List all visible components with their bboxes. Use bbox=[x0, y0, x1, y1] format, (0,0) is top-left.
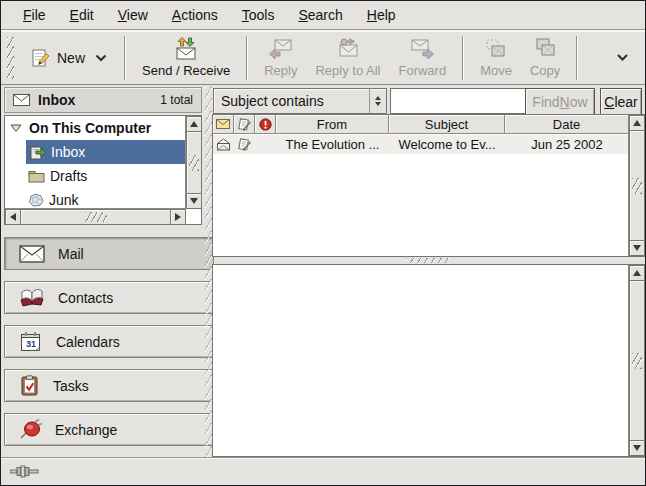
status-column-header[interactable] bbox=[213, 115, 234, 134]
copy-label: Copy bbox=[530, 63, 560, 78]
shortcut-mail-button[interactable]: Mail bbox=[4, 237, 214, 270]
importance-column-header[interactable] bbox=[255, 115, 276, 134]
subject-column-header[interactable]: Subject bbox=[389, 115, 505, 134]
scrollbar-thumb[interactable] bbox=[186, 131, 202, 194]
message-subject: Welcome to Ev... bbox=[389, 137, 505, 152]
note-with-pen-icon bbox=[237, 138, 252, 151]
toolbar-separator bbox=[124, 36, 126, 80]
folder-title: Inbox bbox=[38, 92, 75, 108]
tree-node-inbox[interactable]: Inbox bbox=[26, 140, 186, 164]
scroll-down-button[interactable] bbox=[186, 193, 202, 209]
dropdown-arrows-icon bbox=[369, 89, 386, 113]
scrollbar-grip bbox=[632, 178, 642, 194]
message-list-scrollbar[interactable] bbox=[628, 115, 644, 256]
scroll-down-button[interactable] bbox=[629, 440, 645, 456]
arrow-down-icon bbox=[190, 198, 198, 204]
vertical-pane-splitter[interactable] bbox=[205, 85, 212, 459]
shortcut-label: Exchange bbox=[55, 422, 117, 438]
arrow-down-icon bbox=[633, 445, 641, 451]
menu-view[interactable]: View bbox=[106, 2, 160, 28]
subject-column-label: Subject bbox=[425, 117, 468, 132]
read-message-open-envelope-icon bbox=[216, 138, 231, 151]
message-list: From Subject Date bbox=[212, 114, 645, 257]
arrow-up-icon bbox=[190, 121, 198, 127]
toolbar: New Send / Receive bbox=[1, 31, 645, 85]
scrollbar-thumb[interactable] bbox=[20, 209, 171, 225]
send-receive-label: Send / Receive bbox=[142, 63, 230, 78]
message-row[interactable]: The Evolution ... Welcome to Ev... Jun 2… bbox=[213, 135, 629, 154]
tree-node-drafts[interactable]: Drafts bbox=[26, 164, 186, 188]
drafts-folder-icon bbox=[28, 170, 45, 183]
shortcut-label: Mail bbox=[58, 246, 84, 262]
junk-icon bbox=[28, 193, 44, 207]
scroll-left-button[interactable] bbox=[5, 209, 21, 225]
copy-button[interactable]: Copy bbox=[521, 32, 569, 84]
tasks-icon bbox=[19, 375, 40, 396]
menu-actions[interactable]: Actions bbox=[160, 2, 230, 28]
date-column-header[interactable]: Date bbox=[505, 115, 629, 134]
search-input[interactable] bbox=[390, 88, 528, 114]
scroll-down-button[interactable] bbox=[629, 240, 645, 256]
shortcut-tasks-button[interactable]: Tasks bbox=[4, 369, 214, 402]
move-label: Move bbox=[480, 63, 512, 78]
clear-button[interactable]: Clear bbox=[600, 88, 642, 116]
scroll-up-button[interactable] bbox=[629, 265, 645, 281]
scroll-up-button[interactable] bbox=[186, 116, 202, 132]
online-status-connector-icon[interactable] bbox=[10, 465, 40, 478]
new-button-label: New bbox=[57, 50, 85, 66]
reply-to-all-icon bbox=[334, 37, 362, 61]
reply-to-all-button[interactable]: Reply to All bbox=[306, 32, 389, 84]
preview-pane[interactable] bbox=[212, 264, 645, 457]
tree-item-label: Junk bbox=[49, 192, 79, 208]
toolbar-separator bbox=[576, 36, 578, 80]
shortcut-calendars-button[interactable]: 31 Calendars bbox=[4, 325, 214, 358]
statusbar bbox=[1, 457, 645, 485]
folder-title-bar[interactable]: Inbox 1 total bbox=[4, 87, 202, 113]
shortcut-label: Calendars bbox=[56, 334, 120, 350]
search-criteria-dropdown[interactable]: Subject contains bbox=[213, 88, 387, 114]
new-button[interactable]: New bbox=[20, 32, 117, 84]
menu-edit[interactable]: Edit bbox=[58, 2, 106, 28]
reply-button[interactable]: Reply bbox=[255, 32, 306, 84]
note-with-pen-icon bbox=[237, 118, 252, 131]
clear-label-rest: lear bbox=[614, 94, 637, 110]
scrollbar-thumb[interactable] bbox=[629, 280, 645, 441]
toolbar-separator bbox=[246, 36, 248, 80]
tree-node-junk[interactable]: Junk bbox=[26, 188, 186, 209]
expander-triangle-icon[interactable] bbox=[10, 123, 22, 133]
menu-file[interactable]: File bbox=[11, 2, 58, 28]
shortcut-label: Contacts bbox=[58, 290, 113, 306]
from-column-header[interactable]: From bbox=[276, 115, 389, 134]
shortcut-exchange-button[interactable]: Exchange bbox=[4, 413, 214, 446]
new-dropdown-chevron-icon[interactable] bbox=[95, 54, 107, 62]
shortcut-contacts-button[interactable]: Contacts bbox=[4, 281, 214, 314]
copy-icon bbox=[532, 37, 558, 61]
arrow-left-icon bbox=[10, 213, 16, 221]
find-now-label-rest: ow bbox=[570, 94, 588, 110]
tree-vertical-scrollbar[interactable] bbox=[185, 116, 201, 209]
tree-node-on-this-computer[interactable]: On This Computer bbox=[5, 116, 186, 140]
find-now-button[interactable]: Find Now bbox=[525, 88, 595, 116]
scrollbar-thumb[interactable] bbox=[629, 130, 645, 241]
clear-mnemonic: C bbox=[604, 94, 614, 110]
folder-tree: On This Computer Inbox bbox=[4, 115, 202, 225]
scroll-right-button[interactable] bbox=[170, 209, 186, 225]
followup-column-header[interactable] bbox=[234, 115, 255, 134]
menu-search[interactable]: Search bbox=[286, 2, 354, 28]
forward-button[interactable]: Forward bbox=[389, 32, 455, 84]
inbox-folder-icon bbox=[28, 145, 46, 160]
folder-message-count: 1 total bbox=[160, 93, 193, 107]
reply-icon bbox=[267, 37, 295, 61]
send-receive-button[interactable]: Send / Receive bbox=[133, 32, 239, 84]
preview-scrollbar[interactable] bbox=[628, 265, 644, 456]
menu-help[interactable]: Help bbox=[355, 2, 408, 28]
scroll-up-button[interactable] bbox=[629, 115, 645, 131]
shortcut-label: Tasks bbox=[53, 378, 89, 394]
toolbar-grip[interactable] bbox=[7, 37, 14, 79]
menu-tools[interactable]: Tools bbox=[230, 2, 287, 28]
tree-horizontal-scrollbar[interactable] bbox=[5, 208, 186, 224]
move-button[interactable]: Move bbox=[471, 32, 521, 84]
calendar-icon: 31 bbox=[19, 331, 43, 352]
horizontal-pane-splitter[interactable] bbox=[212, 257, 645, 264]
toolbar-overflow-button[interactable] bbox=[606, 49, 639, 66]
